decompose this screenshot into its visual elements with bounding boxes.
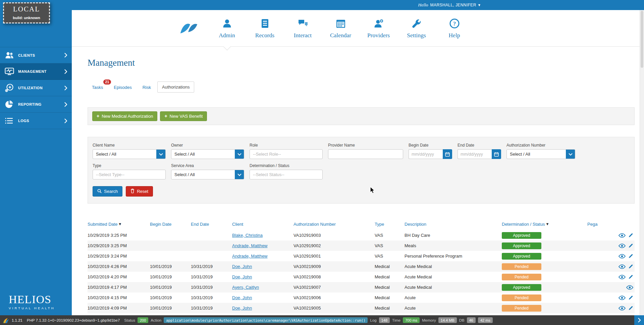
logs-icon xyxy=(5,117,14,124)
db-label: DB xyxy=(459,318,465,322)
nav-item-settings[interactable]: Settings xyxy=(397,10,435,46)
type-label: Type xyxy=(93,163,166,168)
nav-item-interact[interactable]: Interact xyxy=(284,10,322,46)
owner-select[interactable]: Select / All xyxy=(171,149,244,159)
view-eye-icon[interactable] xyxy=(619,243,626,248)
button-label: Reset xyxy=(137,189,148,194)
edit-pencil-icon[interactable] xyxy=(628,274,633,279)
view-eye-icon[interactable] xyxy=(619,295,626,300)
help-icon: ? xyxy=(449,18,460,30)
client-link[interactable]: Ayers, Caitlyn xyxy=(232,285,259,290)
search-icon xyxy=(97,189,102,194)
new-vas-benefit-button[interactable]: + New VAS Benefit xyxy=(160,111,207,121)
column-header-description[interactable]: Description xyxy=(405,222,502,227)
edit-pencil-icon[interactable] xyxy=(628,264,633,269)
sidebar-item-utilization[interactable]: UTILIZATION xyxy=(0,80,72,96)
sidebar-item-logs[interactable]: LOGS xyxy=(0,113,72,129)
column-header-submitted-date[interactable]: Submitted Date ▼ xyxy=(88,222,150,227)
role-input[interactable] xyxy=(250,149,323,159)
edit-pencil-icon[interactable] xyxy=(628,254,633,259)
service-area-select[interactable]: Select / All xyxy=(171,170,244,179)
scrollbar-thumb[interactable] xyxy=(641,11,643,68)
sidebar-item-management[interactable]: MANAGEMENT xyxy=(0,63,72,80)
cell-type: VAS xyxy=(375,254,405,259)
client-link[interactable]: Doe, John xyxy=(232,274,252,279)
status-badge: Approved xyxy=(502,284,541,291)
edit-pencil-icon[interactable] xyxy=(628,243,633,248)
filter-client-name: Client Name Select / All xyxy=(93,143,166,159)
client-link[interactable]: Andrade, Matthew xyxy=(232,254,268,259)
begin-date-calendar-icon[interactable] xyxy=(443,149,452,159)
chevron-right-icon xyxy=(64,53,67,58)
column-header-begin-date[interactable]: Begin Date xyxy=(150,222,191,227)
tab-risk[interactable]: Risk xyxy=(138,82,155,93)
nav-item-help[interactable]: ? Help xyxy=(435,10,473,46)
user-menu[interactable]: Hello MARSHALL, JENNIFER ▼ xyxy=(418,0,480,10)
reset-button[interactable]: Reset xyxy=(126,186,153,197)
nav-item-admin[interactable]: Admin xyxy=(208,10,246,46)
table-row: 10/29/2019 3:25 PM Andrade, Matthew VA10… xyxy=(88,240,635,251)
column-header-client[interactable]: Client xyxy=(232,222,293,227)
cell-description: Acute Medical xyxy=(405,285,502,290)
nav-item-calendar[interactable]: Calendar xyxy=(322,10,360,46)
view-eye-icon[interactable] xyxy=(626,285,633,290)
determination-status-input[interactable] xyxy=(250,170,323,179)
column-header-determination-status[interactable]: Determination / Status ▼ xyxy=(502,222,587,227)
tab-label: Tasks xyxy=(92,85,103,90)
status-label: Status xyxy=(124,318,135,322)
column-header-pega[interactable]: Pega xyxy=(587,222,616,227)
tab-episodes[interactable]: Episodes xyxy=(109,82,136,93)
tab-authorizations[interactable]: Authorizations xyxy=(157,82,194,93)
management-icon xyxy=(5,67,14,75)
cell-type: Medical xyxy=(375,306,405,311)
edit-pencil-icon[interactable] xyxy=(628,295,633,300)
memory-label: Memory xyxy=(422,318,436,322)
tab-tasks[interactable]: Tasks 21 xyxy=(88,82,107,93)
cell-authorization-number: VA100219007 xyxy=(293,285,375,290)
provider-name-input[interactable] xyxy=(328,149,403,159)
cell-type: VAS xyxy=(375,233,405,238)
view-eye-icon[interactable] xyxy=(619,306,626,311)
log-count-badge[interactable]: 148 xyxy=(379,317,390,323)
end-date-input[interactable] xyxy=(458,149,492,159)
cell-authorization-number: VA100219008 xyxy=(293,274,375,279)
records-icon xyxy=(259,18,271,30)
db-count-badge[interactable]: 46 xyxy=(467,317,476,323)
column-header-end-date[interactable]: End Date xyxy=(191,222,232,227)
vertical-scrollbar[interactable] xyxy=(640,10,644,315)
sidebar-item-label: UTILIZATION xyxy=(18,86,60,90)
edit-pencil-icon[interactable] xyxy=(628,306,633,311)
view-eye-icon[interactable] xyxy=(619,264,626,269)
action-path-badge[interactable]: application\modules\priorAuthorization\a… xyxy=(164,317,368,323)
client-name-select[interactable]: Select / All xyxy=(93,149,166,159)
table-row: 10/02/2019 4:20 PM 10/01/2019 10/31/2019… xyxy=(88,272,635,282)
nav-item-providers[interactable]: Providers xyxy=(360,10,397,46)
view-eye-icon[interactable] xyxy=(619,233,626,238)
sidebar-item-reporting[interactable]: REPORTING xyxy=(0,96,72,113)
search-button[interactable]: Search xyxy=(93,186,122,197)
environment-badge: LOCAL build: unknown xyxy=(3,2,50,23)
table-row: 10/02/2019 4:26 PM 10/01/2019 10/31/2019… xyxy=(88,261,635,272)
table-row: 10/02/2019 4:15 PM 10/01/2019 10/31/2019… xyxy=(88,292,635,303)
client-link[interactable]: Doe, John xyxy=(232,306,252,311)
view-eye-icon[interactable] xyxy=(619,254,626,259)
begin-date-input[interactable] xyxy=(409,149,443,159)
authorization-number-select[interactable]: Select / All xyxy=(506,149,575,159)
client-link[interactable]: Doe, John xyxy=(232,264,252,269)
sidebar-item-clients[interactable]: CLIENTS xyxy=(0,47,72,63)
client-link[interactable]: Blake, Christina xyxy=(232,233,263,238)
column-header-type[interactable]: Type xyxy=(375,222,405,227)
debugbar-expand-button[interactable] xyxy=(634,315,644,325)
nav-item-records[interactable]: Records xyxy=(246,10,284,46)
end-date-calendar-icon[interactable] xyxy=(492,149,501,159)
new-medical-authorization-button[interactable]: + New Medical Authorization xyxy=(92,111,157,121)
type-input[interactable] xyxy=(93,170,166,179)
client-link[interactable]: Andrade, Matthew xyxy=(232,243,268,248)
client-link[interactable]: Doe, John xyxy=(232,295,252,300)
column-header-authorization-number[interactable]: Authorization Number xyxy=(293,222,375,227)
edit-pencil-icon[interactable] xyxy=(628,233,633,238)
view-eye-icon[interactable] xyxy=(619,275,626,279)
role-label: Role xyxy=(250,143,323,148)
app-logo-icon xyxy=(178,20,199,36)
cell-description: Acute xyxy=(405,295,502,300)
